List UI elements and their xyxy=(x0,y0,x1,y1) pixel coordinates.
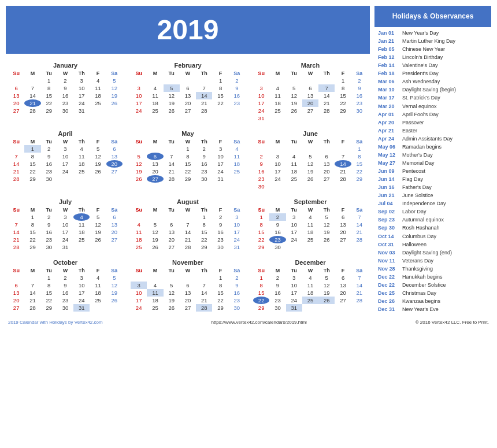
sidebar: Holidays & Observances Jan 01New Year's … xyxy=(374,6,491,316)
cal-day xyxy=(318,77,335,84)
cal-day: 7 xyxy=(8,153,24,160)
cal-day: 18 xyxy=(147,297,163,304)
month-block: JulySuMTuWThFSa1234567891011121314151617… xyxy=(6,196,125,253)
holiday-item: Apr 24Admin Assistants Day xyxy=(378,135,488,143)
month-title: May xyxy=(131,130,245,137)
cal-day xyxy=(286,77,302,84)
cal-day: 2 xyxy=(269,213,285,221)
cal-day: 19 xyxy=(90,160,106,168)
cal-day: 30 xyxy=(57,304,73,312)
month-title: December xyxy=(253,259,368,266)
cal-day: 19 xyxy=(318,289,335,297)
main-container: 2019 JanuarySuMTuWThFSa12345678910111213… xyxy=(6,6,491,325)
cal-day xyxy=(57,175,73,183)
month-block: MaySuMTuWThFSa12345678910111213141516171… xyxy=(128,128,247,192)
cal-day: 6 xyxy=(180,282,196,289)
cal-day xyxy=(351,114,368,122)
cal-day: 24 xyxy=(131,304,147,312)
cal-day: 24 xyxy=(73,99,90,107)
cal-table: SuMTuWThFSa12345678910111213141516171819… xyxy=(131,206,245,251)
cal-day: 23 xyxy=(253,175,269,183)
cal-day: 5 xyxy=(286,84,302,92)
cal-day: 24 xyxy=(131,107,147,114)
holiday-date: Apr 24 xyxy=(378,136,400,143)
cal-day: 3 xyxy=(57,213,73,221)
cal-day xyxy=(351,183,368,190)
cal-day: 4 xyxy=(73,213,90,221)
cal-day: 6 xyxy=(318,153,335,160)
cal-day: 8 xyxy=(180,153,196,160)
cal-day: 14 xyxy=(351,221,368,228)
cal-day: 13 xyxy=(335,282,351,289)
cal-day: 27 xyxy=(335,297,351,304)
holiday-date: Nov 28 xyxy=(378,266,400,273)
cal-day: 15 xyxy=(41,289,57,297)
cal-day: 27 xyxy=(335,236,351,243)
cal-day: 5 xyxy=(302,153,318,160)
cal-day xyxy=(196,77,212,84)
cal-day: 19 xyxy=(164,99,180,107)
cal-day: 28 xyxy=(335,175,351,183)
cal-day: 21 xyxy=(180,236,196,243)
holiday-name: Hanukkah begins xyxy=(402,274,443,281)
holiday-name: Pentecost xyxy=(402,168,425,175)
cal-table: SuMTuWThFSa12345678910111213141516171819… xyxy=(8,138,123,183)
cal-day: 4 xyxy=(147,84,163,92)
cal-day: 26 xyxy=(106,99,123,107)
cal-day: 2 xyxy=(196,145,212,153)
cal-day: 22 xyxy=(41,297,57,304)
cal-day xyxy=(106,243,123,251)
holiday-item: May 27Memorial Day xyxy=(378,160,488,168)
cal-day: 26 xyxy=(318,236,335,243)
cal-day: 1 xyxy=(212,274,228,282)
cal-day xyxy=(131,145,147,153)
cal-day: 21 xyxy=(8,236,24,243)
holiday-name: New Year's Eve xyxy=(402,306,439,313)
cal-day: 1 xyxy=(180,145,196,153)
cal-day: 13 xyxy=(106,221,123,228)
cal-day: 17 xyxy=(57,228,73,236)
cal-day xyxy=(318,183,335,190)
holiday-name: Daylight Saving (begin) xyxy=(402,87,456,94)
month-block: JanuarySuMTuWThFSa1234567891011121314151… xyxy=(6,60,125,124)
cal-day: 16 xyxy=(212,228,228,236)
cal-day: 11 xyxy=(229,153,245,160)
cal-day: 17 xyxy=(286,289,302,297)
cal-day: 18 xyxy=(286,168,302,175)
cal-day: 31 xyxy=(212,175,228,183)
cal-day: 25 xyxy=(286,175,302,183)
cal-day: 26 xyxy=(164,107,180,114)
cal-day: 9 xyxy=(212,221,228,228)
holiday-list: Jan 01New Year's DayJan 21Martin Luther … xyxy=(374,27,491,316)
cal-day: 27 xyxy=(302,107,318,114)
cal-day: 24 xyxy=(286,236,302,243)
footer-left: 2019 Calendar with Holidays by Vertex42.… xyxy=(8,320,103,325)
cal-day xyxy=(164,213,180,221)
cal-day: 11 xyxy=(302,282,318,289)
cal-day: 24 xyxy=(212,168,228,175)
cal-day: 24 xyxy=(229,236,245,243)
holiday-date: Mar 06 xyxy=(378,79,400,86)
cal-day xyxy=(73,243,90,251)
cal-day: 10 xyxy=(212,153,228,160)
cal-day: 12 xyxy=(302,160,318,168)
cal-day: 16 xyxy=(41,160,57,168)
cal-day: 17 xyxy=(269,168,285,175)
holiday-item: Feb 18President's Day xyxy=(378,70,488,78)
cal-day: 10 xyxy=(286,282,302,289)
month-title: July xyxy=(8,198,123,205)
cal-day xyxy=(318,145,335,153)
cal-day: 22 xyxy=(351,168,368,175)
cal-day: 16 xyxy=(253,168,269,175)
cal-day: 6 xyxy=(106,145,123,153)
cal-day: 24 xyxy=(253,107,269,114)
cal-day: 4 xyxy=(302,274,318,282)
cal-day: 5 xyxy=(106,274,123,282)
cal-day: 29 xyxy=(24,175,40,183)
cal-day: 11 xyxy=(90,84,106,92)
month-block: DecemberSuMTuWThFSa123456789101112131415… xyxy=(251,257,370,314)
month-block: SeptemberSuMTuWThFSa12345678910111213141… xyxy=(251,196,370,253)
cal-day: 12 xyxy=(286,92,302,99)
cal-day xyxy=(269,114,285,122)
holiday-date: Sep 30 xyxy=(378,225,400,232)
